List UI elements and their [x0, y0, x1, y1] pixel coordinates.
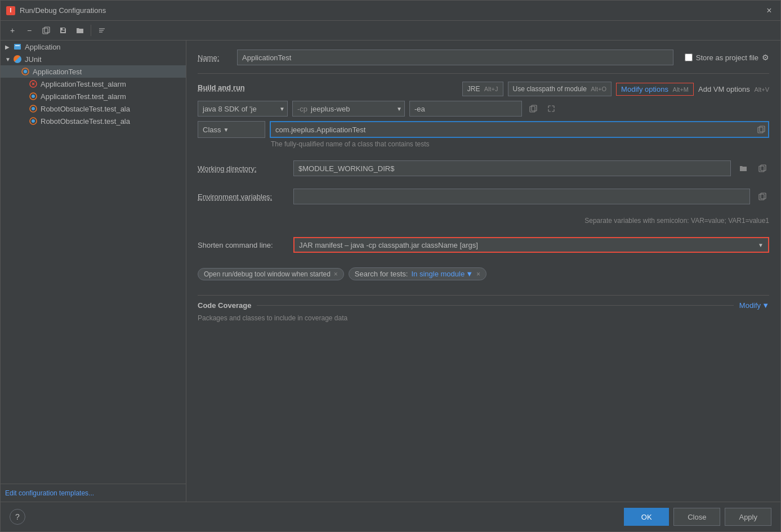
robottest2-label: RobotObstacleTest.test_ala: [41, 117, 130, 126]
class-browse-icon[interactable]: [755, 123, 768, 136]
ok-button[interactable]: OK: [624, 508, 669, 526]
env-vars-row: Environment variables:: [198, 189, 769, 204]
junit-icon: [13, 55, 22, 64]
sdk-select[interactable]: java 8 SDK of 'je ▼: [198, 101, 288, 117]
name-input[interactable]: [237, 50, 673, 65]
coverage-title-row: Code Coverage Modify ▼: [198, 301, 769, 310]
use-classpath-button[interactable]: Use classpath of module Alt+O: [508, 82, 612, 96]
save-config-button[interactable]: [56, 23, 70, 38]
store-project-checkbox[interactable]: [685, 53, 693, 61]
sdk-value: java 8 SDK of 'je: [203, 105, 277, 113]
toolbar: + −: [1, 21, 780, 41]
applicationtest-label: ApplicationTest: [33, 68, 82, 76]
cp-label: -cp: [297, 105, 307, 113]
class-input[interactable]: [271, 122, 755, 137]
sort-button[interactable]: [95, 23, 109, 38]
edit-templates-link[interactable]: Edit configuration templates...: [5, 489, 94, 497]
dialog-close-button[interactable]: ×: [764, 5, 775, 16]
working-dir-input[interactable]: [293, 160, 731, 176]
robottest1-label: RobotObstacleTest.test_ala: [41, 105, 130, 113]
search-tests-static-label: Search for tests:: [355, 270, 408, 278]
add-config-button[interactable]: +: [5, 23, 20, 38]
working-dir-row: Working directory:: [198, 160, 769, 176]
class-select-dropdown[interactable]: Class ▼: [198, 121, 265, 138]
tree-arrow-application: ▶: [5, 44, 13, 50]
sidebar-item-apptest-alarm2[interactable]: ApplicationTest.test_alarm: [1, 90, 186, 102]
apply-button[interactable]: Apply: [725, 508, 771, 526]
dialog-title: Run/Debug Configurations: [20, 6, 764, 15]
working-dir-label: Working directory:: [198, 164, 288, 173]
sdk-dropdown-arrow: ▼: [279, 106, 285, 112]
tree-arrow-junit: ▼: [5, 56, 13, 62]
class-select-label: Class: [203, 126, 221, 134]
env-hint: Separate variables with semicolon: VAR=v…: [293, 217, 769, 225]
store-project-label: Store as project file: [696, 53, 758, 62]
robottest2-icon: [29, 117, 38, 126]
svg-point-13: [32, 95, 35, 98]
class-input-wrapper: [270, 121, 769, 138]
help-button[interactable]: ?: [10, 509, 25, 525]
search-tests-tag: Search for tests: In single module ▼ ×: [349, 267, 487, 280]
vm-expand-icon[interactable]: [545, 102, 558, 115]
modify-options-button[interactable]: Modify options Alt+M: [616, 83, 694, 96]
modify-chevron-icon: ▼: [762, 301, 769, 310]
vm-copy-icon[interactable]: [526, 102, 540, 115]
shorten-cmd-select[interactable]: JAR manifest – java -cp classpath.jar cl…: [293, 237, 769, 253]
tags-row: Open run/debug tool window when started …: [198, 267, 769, 280]
sidebar-item-junit[interactable]: ▼ JUnit: [1, 53, 186, 65]
title-bar: I Run/Debug Configurations ×: [1, 1, 780, 21]
open-folder-button[interactable]: [73, 23, 87, 38]
coverage-packages-hint: Packages and classes to include in cover…: [198, 314, 769, 322]
sidebar-item-application[interactable]: ▶ Application: [1, 41, 186, 53]
open-window-close[interactable]: ×: [334, 270, 338, 278]
apptest-alarm2-label: ApplicationTest.test_alarm: [41, 92, 126, 101]
svg-point-8: [24, 70, 27, 73]
add-vm-options-hint: Add VM options Alt+V: [698, 85, 769, 93]
svg-point-15: [32, 107, 35, 110]
search-tests-close[interactable]: ×: [476, 270, 480, 278]
bottom-buttons: OK Close Apply: [624, 508, 771, 526]
dialog: I Run/Debug Configurations × + −: [0, 0, 781, 532]
apptest-alarm1-icon: [29, 79, 38, 88]
vm-options-input[interactable]: [409, 101, 522, 117]
build-run-title: Build and run: [198, 83, 245, 92]
close-button[interactable]: Close: [673, 508, 720, 526]
sdk-row: java 8 SDK of 'je ▼ -cp jeeplus-web ▼: [198, 101, 769, 117]
svg-rect-6: [15, 45, 20, 46]
jre-button[interactable]: JRE Alt+J: [462, 82, 503, 96]
sidebar-item-robottest1[interactable]: RobotObstacleTest.test_ala: [1, 102, 186, 115]
sidebar-item-applicationtest[interactable]: ApplicationTest: [1, 65, 186, 78]
copy-config-button[interactable]: [39, 23, 53, 38]
remove-config-button[interactable]: −: [22, 23, 37, 38]
classpath-select[interactable]: -cp jeeplus-web ▼: [292, 101, 405, 117]
sidebar-footer: Edit configuration templates...: [1, 484, 186, 502]
working-dir-folder-icon[interactable]: [737, 162, 750, 175]
cp-dropdown-arrow: ▼: [396, 106, 402, 112]
class-row: Class ▼: [198, 121, 769, 138]
open-window-tag: Open run/debug tool window when started …: [198, 268, 344, 280]
robottest1-icon: [29, 104, 38, 113]
coverage-title: Code Coverage: [198, 301, 251, 310]
sidebar-item-apptest-alarm1[interactable]: ApplicationTest.test_alarm: [1, 78, 186, 90]
search-tests-value[interactable]: In single module ▼: [411, 270, 473, 278]
search-tests-dropdown-arrow: ▼: [466, 270, 473, 278]
junit-label: JUnit: [25, 55, 42, 64]
store-gear-icon[interactable]: ⚙: [762, 53, 769, 62]
svg-point-17: [32, 119, 35, 123]
applicationtest-icon: [21, 67, 30, 76]
build-run-section: Build and run JRE Alt+J Use classpath of…: [198, 82, 769, 153]
env-vars-input[interactable]: [293, 189, 750, 204]
application-label: Application: [25, 43, 61, 51]
working-dir-edit-icon[interactable]: [756, 162, 769, 175]
coverage-modify-link[interactable]: Modify ▼: [739, 301, 769, 310]
env-vars-edit-icon[interactable]: [756, 190, 769, 203]
bottom-bar: ? OK Close Apply: [1, 502, 780, 531]
coverage-divider: [257, 305, 733, 306]
env-vars-label: Environment variables:: [198, 193, 288, 201]
shorten-cmd-label: Shorten command line:: [198, 241, 288, 249]
apptest-alarm1-label: ApplicationTest.test_alarm: [41, 80, 126, 88]
application-icon: [13, 42, 22, 51]
sidebar-item-robottest2[interactable]: RobotObstacleTest.test_ala: [1, 115, 186, 127]
name-label: Name:: [198, 53, 231, 62]
sidebar: ▶ Application ▼ JUnit: [1, 41, 186, 502]
